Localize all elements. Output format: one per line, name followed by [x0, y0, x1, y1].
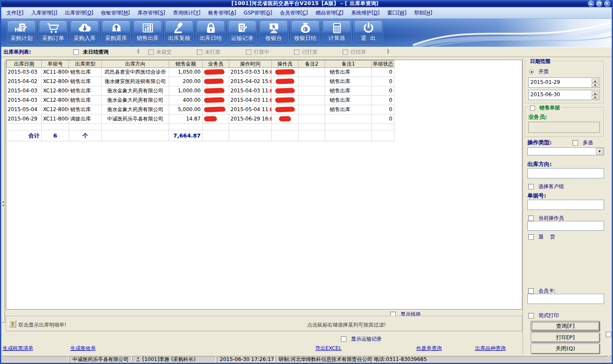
cell-1: XC12-80005 — [42, 105, 69, 115]
menu-item-C[interactable]: 会员管理[C] — [276, 8, 312, 18]
column-header-7[interactable]: 操作员 — [272, 60, 299, 68]
customer-group-row: 选择客户组 — [528, 182, 564, 190]
status-empty-segment — [0, 356, 69, 362]
column-header-2[interactable]: 出库类型 — [69, 60, 102, 68]
menu-item-M[interactable]: 收银管理[M] — [97, 8, 134, 18]
simple-print-checkbox[interactable] — [528, 313, 534, 318]
toolbar-button-purchase-return[interactable]: 采购退库 — [102, 20, 130, 44]
direction-input[interactable] — [527, 168, 604, 178]
toolbar-button-sales-out[interactable]: 销售出库 — [133, 20, 162, 44]
status-filter-checkbox[interactable] — [197, 49, 202, 55]
menu-item-F[interactable]: 文件[F] — [3, 8, 27, 18]
toolbar-button-transport-record[interactable]: 运输记录 — [228, 20, 256, 44]
outbound-variety-query-link[interactable]: 出库品种查询 — [475, 345, 506, 352]
menu-item-Y[interactable]: 查询统计[Y] — [169, 8, 204, 18]
clipped-checkbox[interactable] — [606, 332, 611, 337]
salesperson-input[interactable] — [528, 122, 600, 133]
generate-receipt-link[interactable]: 生成签收单 — [70, 345, 96, 352]
table-row[interactable]: 2015-03-03XC11-80001销售出库武邑县君安中西医结合诊所1,05… — [6, 68, 394, 77]
resize-grip-icon[interactable] — [606, 356, 611, 361]
print-button[interactable]: 打印[P] — [531, 332, 600, 342]
menu-item-W[interactable]: 窗口[W] — [383, 8, 410, 18]
table-row[interactable]: 2015-04-02XC12-80002销售出库衡水健安医药连锁有限公司200.… — [6, 77, 394, 86]
cell-3: 衡水金象大药房有限公司 — [102, 86, 169, 96]
table-row[interactable]: 2015-05-04XC12-80005销售出库衡水金象大药房有限公司5,000… — [6, 105, 394, 115]
status-filter-checkbox[interactable] — [246, 49, 251, 55]
toolbar-button-purchase-in[interactable]: 采购入库 — [70, 20, 99, 44]
toolbar-button-purchase-order[interactable]: 采购订单 — [39, 20, 67, 44]
redaction-mark — [204, 106, 225, 112]
toolbar-button-cashier-dayend[interactable]: $收银日结 — [291, 20, 319, 44]
toolbar-button-cashier[interactable]: $收银台 — [259, 20, 288, 44]
close-button[interactable]: × — [604, 0, 610, 7]
toolbar-button-exit[interactable]: 退 出 — [354, 20, 383, 44]
left-splitter[interactable] — [1, 60, 5, 323]
column-header-3[interactable]: 出库方向 — [102, 60, 169, 68]
unsettled-query-checkbox[interactable] — [73, 49, 79, 55]
column-header-9[interactable]: 备注1 — [325, 60, 372, 68]
column-header-6[interactable]: 操作时间 — [229, 60, 272, 68]
column-header-8[interactable]: 备注2 — [299, 60, 325, 68]
column-header-0[interactable]: 出库日期 — [6, 60, 42, 68]
query-button[interactable]: 查询[F] — [531, 321, 600, 331]
column-header-10[interactable]: 单据状态 — [372, 60, 394, 68]
invoice-radio-label: 开票 — [538, 69, 549, 75]
column-header-5[interactable]: 业务员 — [203, 60, 229, 68]
date-to-input[interactable]: 2015-06-30 ▲▼ — [528, 90, 600, 100]
right-click-hint: 点击鼠标右键选择某列可按其过滤! — [307, 321, 386, 329]
restore-button[interactable] — [596, 0, 602, 7]
invoice-radio[interactable] — [529, 69, 534, 74]
menu-item-S[interactable]: 库存管理[S] — [134, 8, 169, 18]
status-filter-checkbox[interactable] — [342, 49, 348, 55]
current-operator-checkbox[interactable] — [528, 215, 534, 221]
date-from-input[interactable]: 2015-01-29 ▲▼ — [528, 77, 600, 88]
return-goods-checkbox[interactable] — [528, 234, 534, 240]
table-row[interactable]: 2015-04-03XC12-80004销售出库衡水金象大药房有限公司400.0… — [6, 96, 394, 105]
date-to-spin-down-icon[interactable]: ▼ — [592, 95, 599, 99]
show-transport-checkbox[interactable] — [341, 336, 346, 342]
current-operator-input[interactable] — [527, 221, 604, 231]
member-card-checkbox[interactable] — [528, 288, 534, 294]
date-to-spin-up-icon[interactable]: ▲ — [592, 91, 599, 95]
menu-item-H[interactable]: 帮助[H] — [410, 8, 436, 18]
customer-group-label: 选择客户组 — [538, 183, 564, 189]
export-excel-link[interactable]: 导出EXCEL — [315, 345, 342, 352]
date-from-spin-up-icon[interactable]: ▲ — [592, 79, 599, 83]
operation-type-combobox[interactable]: ▼ — [527, 147, 604, 155]
menu-item-D[interactable]: 系统维护[D] — [347, 8, 383, 18]
svg-text:H: H — [14, 26, 19, 33]
clipped-option-row: 阝 — [606, 330, 613, 338]
void-doc-query-link[interactable]: 作废单查询 — [416, 345, 442, 352]
table-row[interactable]: 2015-06-29XC11-80002调拨出库中诚医药乐亭县有限公司14.87… — [6, 115, 394, 124]
minimize-button[interactable] — [588, 0, 594, 7]
paren-open: ( — [137, 49, 139, 54]
toolbar-button-purchase-plan[interactable]: H采购计划 — [7, 20, 36, 44]
customer-group-checkbox[interactable] — [528, 184, 534, 189]
status-filter-checkbox[interactable] — [148, 49, 154, 55]
doc-no-input[interactable] — [527, 200, 604, 210]
column-header-1[interactable]: 单据号 — [42, 60, 69, 68]
multi-select-checkbox[interactable] — [573, 140, 578, 146]
status-filter-checkbox[interactable] — [294, 49, 299, 55]
cell-1: XC12-80002 — [42, 77, 69, 86]
date-from-spin-down-icon[interactable]: ▼ — [592, 83, 599, 87]
operation-type-label: 操作类型: — [527, 139, 552, 146]
cell-7 — [272, 68, 299, 77]
close-query-button[interactable]: 关闭(Q) — [531, 344, 600, 354]
menu-item-I[interactable]: 入库管理[I] — [27, 8, 61, 18]
toolbar-button-calculator[interactable]: 计算器 — [322, 20, 351, 44]
combobox-dropdown-icon[interactable]: ▼ — [596, 148, 603, 155]
menu-item-A[interactable]: 账务管理[A] — [204, 8, 240, 18]
toolbar-button-out-review[interactable]: 出库复核 — [165, 20, 193, 44]
menu-item-G[interactable]: GSP管理[G] — [240, 8, 276, 18]
unsettled-query-label: 未日结查询 — [83, 49, 109, 55]
column-header-4[interactable]: 销售金额 — [169, 60, 203, 68]
cell-5 — [203, 115, 229, 124]
menu-item-Z[interactable]: 赠品管理[Z] — [312, 8, 348, 18]
sales-doc-checkbox[interactable] — [530, 106, 535, 111]
menu-item-O[interactable]: 出库管理[O] — [61, 8, 97, 18]
table-row[interactable]: 2015-04-03XC12-80003销售出库衡水金象大药房有限公司1,000… — [6, 86, 394, 96]
toolbar-button-out-dayend[interactable]: 出库日结 — [196, 20, 225, 44]
generate-tax-list-link[interactable]: 生成税票清单 — [3, 345, 33, 352]
member-card-input[interactable] — [527, 294, 604, 304]
